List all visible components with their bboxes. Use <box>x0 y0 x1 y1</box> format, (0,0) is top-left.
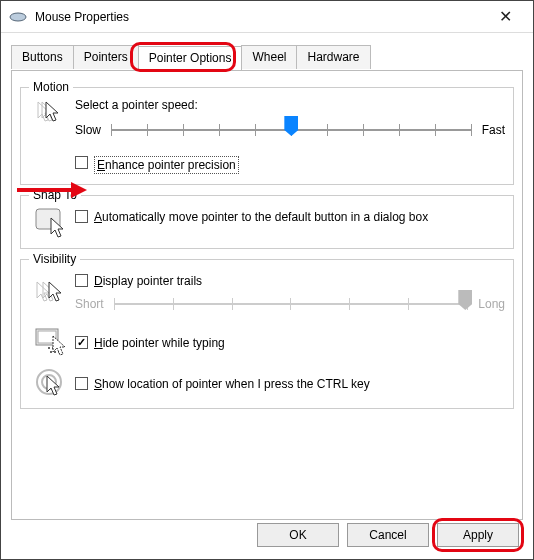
dialog-buttons: OK Cancel Apply <box>257 523 519 547</box>
speed-fast-label: Fast <box>482 123 505 137</box>
tab-pointer-options[interactable]: Pointer Options <box>138 46 243 70</box>
group-visibility-legend: Visibility <box>29 252 80 266</box>
tab-buttons[interactable]: Buttons <box>11 45 74 69</box>
snapto-icon <box>29 206 75 238</box>
hide-typing-icon <box>29 326 75 356</box>
enhance-precision-label[interactable]: Enhance pointer precision <box>94 156 239 174</box>
close-icon[interactable]: ✕ <box>485 7 525 26</box>
group-motion-legend: Motion <box>29 80 73 94</box>
tab-wheel[interactable]: Wheel <box>241 45 297 69</box>
tab-hardware[interactable]: Hardware <box>296 45 370 69</box>
apply-button[interactable]: Apply <box>437 523 519 547</box>
group-visibility: Visibility Display pointer trails <box>20 259 514 409</box>
ctrl-locate-label[interactable]: Show location of pointer when I press th… <box>94 377 370 391</box>
trails-checkbox[interactable] <box>75 274 88 287</box>
svg-point-0 <box>10 13 26 21</box>
enhance-precision-checkbox[interactable] <box>75 156 88 169</box>
tab-panel: Motion Select a pointer speed: Slow <box>11 71 523 520</box>
tabstrip: Buttons Pointers Pointer Options Wheel H… <box>11 45 523 71</box>
snapto-checkbox[interactable] <box>75 210 88 223</box>
svg-point-8 <box>54 351 56 353</box>
svg-point-4 <box>48 347 50 349</box>
speed-slider[interactable] <box>111 118 472 142</box>
titlebar: Mouse Properties ✕ <box>1 1 533 33</box>
tab-pointers[interactable]: Pointers <box>73 45 139 69</box>
group-motion: Motion Select a pointer speed: Slow <box>20 87 514 185</box>
trails-slider <box>114 292 469 316</box>
ok-button[interactable]: OK <box>257 523 339 547</box>
ctrl-locate-checkbox[interactable] <box>75 377 88 390</box>
hide-typing-label[interactable]: Hide pointer while typing <box>94 336 225 350</box>
ctrl-locate-icon <box>29 366 75 398</box>
trails-label[interactable]: Display pointer trails <box>94 274 202 288</box>
trails-short-label: Short <box>75 297 104 311</box>
group-snapto: Snap To Automatically move pointer to th… <box>20 195 514 249</box>
snapto-label[interactable]: Automatically move pointer to the defaul… <box>94 210 428 224</box>
group-snapto-legend: Snap To <box>29 188 81 202</box>
trails-long-label: Long <box>478 297 505 311</box>
cancel-button[interactable]: Cancel <box>347 523 429 547</box>
svg-point-7 <box>50 351 52 353</box>
speed-label: Select a pointer speed: <box>75 98 505 112</box>
hide-typing-checkbox[interactable] <box>75 336 88 349</box>
trails-icon <box>29 278 75 308</box>
window-title: Mouse Properties <box>35 10 485 24</box>
mouse-icon <box>9 12 27 22</box>
speed-slow-label: Slow <box>75 123 101 137</box>
mouse-properties-window: Mouse Properties ✕ Buttons Pointers Poin… <box>0 0 534 560</box>
motion-cursor-icon <box>29 98 75 132</box>
